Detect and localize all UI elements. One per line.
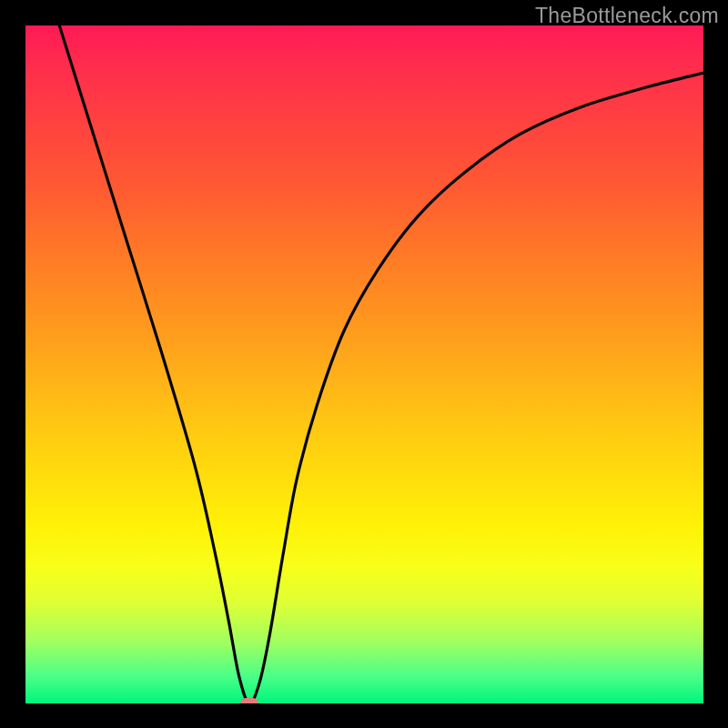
chart-frame: TheBottleneck.com [0, 0, 728, 728]
bottleneck-curve [59, 25, 703, 703]
plot-area [25, 25, 703, 703]
curve-layer [25, 25, 703, 703]
watermark-text: TheBottleneck.com [535, 4, 719, 28]
optimal-marker [240, 698, 258, 703]
